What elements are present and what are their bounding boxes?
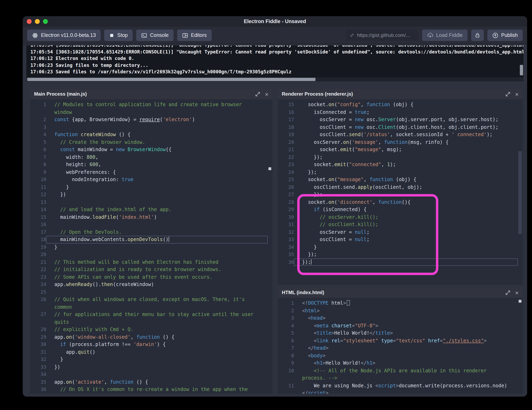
stop-button[interactable]: Stop: [104, 30, 133, 41]
load-fiddle-button[interactable]: Load Fiddle: [422, 30, 467, 41]
editors-button[interactable]: Editors: [177, 30, 212, 41]
close-pane-button[interactable]: ×: [515, 290, 519, 296]
line-number: 36: [278, 258, 294, 266]
code-line: [46, 221, 268, 228]
close-pane-button[interactable]: ×: [265, 91, 268, 97]
close-pane-button[interactable]: ×: [515, 91, 519, 97]
code-row: 26 oscClient.send.apply(oscClient, obj);: [278, 183, 523, 191]
code-line: // Quit when all windows are closed, exc…: [46, 296, 268, 303]
code-line: mainWindow.webContents.openDevTools(): [46, 236, 268, 243]
code-line: process. -->: [294, 374, 518, 382]
code-line: oscServer = null;: [294, 228, 518, 236]
code-line: app.quit(): [46, 348, 268, 356]
code-line: oscClient = new osc.Client(obj.client.ho…: [294, 123, 518, 131]
line-number: 1: [278, 299, 294, 307]
gist-url-input[interactable]: [356, 32, 415, 38]
code-row: 6 <link rel="stylesheet" type="text/css"…: [278, 337, 523, 344]
code-line: // On OS X it's common to re-create a wi…: [46, 386, 268, 393]
code-line: <head>: [294, 314, 518, 322]
line-number: 32: [278, 228, 294, 236]
line-number: 24: [278, 168, 294, 176]
code-row: 3 <head>: [278, 314, 523, 322]
console-vscrollbar-thumb[interactable]: [520, 65, 523, 75]
console-log-line: 17:06:12 Electron exited with code 0.: [30, 55, 519, 62]
electron-version-button[interactable]: Electron v11.0.0-beta.13: [27, 30, 101, 41]
code-row: 35app.on('activate', function () {: [30, 378, 273, 386]
renderer-vscrollbar-thumb[interactable]: [518, 151, 522, 234]
line-number: 16: [278, 108, 294, 116]
code-line: }): [46, 363, 268, 371]
console-button[interactable]: Console: [136, 30, 173, 41]
line-number: 32: [30, 356, 46, 363]
code-line: quits: [46, 318, 268, 326]
console-hscrollbar-track[interactable]: [26, 77, 523, 82]
code-row: 24app.whenReady().then(createWindow): [30, 281, 273, 288]
code-line: // and load the index.html of the app.: [46, 206, 268, 213]
editors-layout-icon: [182, 32, 188, 38]
code-line: if (isConnected) {: [294, 206, 518, 213]
line-number: 6: [278, 337, 294, 344]
lock-button[interactable]: [471, 30, 484, 41]
main-editor[interactable]: 1// Modules to control application life …: [30, 99, 273, 394]
code-row: 18 oscClient = new osc.Client(obj.client…: [278, 123, 523, 131]
maximize-pane-button[interactable]: [506, 290, 510, 295]
line-number: 10: [278, 367, 294, 374]
maximize-pane-button[interactable]: [506, 92, 510, 96]
code-line: const {app, BrowserWindow} = require('el…: [46, 116, 268, 123]
code-row: 1// Modules to control application life …: [30, 101, 273, 108]
code-row: 26// Quit when all windows are closed, e…: [30, 296, 273, 303]
line-number: 19: [278, 131, 294, 138]
code-row: quits: [30, 318, 273, 326]
minimize-window-button[interactable]: [35, 19, 40, 24]
code-row: 16: [30, 221, 273, 228]
line-number: 8: [278, 352, 294, 359]
renderer-editor[interactable]: 15 socket.on("config", function (obj) {1…: [278, 99, 523, 285]
line-number: 27: [30, 311, 46, 318]
line-number: [30, 318, 46, 326]
line-number: [30, 303, 46, 311]
publish-button[interactable]: Publish: [487, 30, 523, 41]
html-pane: HTML (index.html) × 1<!DOCTYPE html>2<ht…: [278, 287, 523, 394]
line-number: 25: [278, 176, 294, 183]
line-number: 15: [278, 101, 294, 108]
text-cursor: [169, 237, 169, 242]
code-line: socket.emit("connected", 1);: [294, 161, 518, 168]
html-editor[interactable]: 1<!DOCTYPE html>2<html>3 <head>4 <meta c…: [278, 298, 523, 394]
zoom-window-button[interactable]: [43, 19, 48, 24]
code-line: <meta charset="UTF-8">: [294, 322, 518, 329]
line-number: 29: [30, 333, 46, 341]
code-line: function createWindow () {: [46, 131, 268, 138]
maximize-pane-button[interactable]: [256, 92, 260, 96]
code-line: [46, 123, 268, 131]
line-number: 34: [30, 371, 46, 378]
toolbar-right-group: Load Fiddle Publish: [346, 30, 523, 41]
renderer-pane-title: Renderer Process (renderer.js): [282, 91, 353, 97]
line-number: 35: [278, 251, 294, 258]
code-row: 2<html>: [278, 307, 523, 314]
code-row: 31 // oscClient.kill();: [278, 221, 523, 228]
code-row: 4 <meta charset="UTF-8">: [278, 322, 523, 329]
code-line: height: 600,: [46, 161, 268, 168]
code-line: }): [46, 191, 268, 198]
code-line: socket.on('disconnect', function(){: [294, 198, 518, 206]
close-icon: ×: [515, 290, 519, 296]
electron-icon: [32, 32, 38, 38]
code-line: </script>.: [294, 389, 518, 394]
console-hscrollbar-thumb[interactable]: [27, 78, 315, 81]
line-number: 17: [30, 228, 46, 236]
console-output[interactable]: 17:05:54 [3063:1028/170554.651429:ERROR:…: [26, 45, 523, 82]
code-row: 28// explicitly with Cmd + Q.: [30, 326, 273, 333]
line-number: 28: [278, 198, 294, 206]
code-line: // This method will be called when Elect…: [46, 258, 268, 266]
html-pane-title: HTML (index.html): [282, 290, 324, 295]
console-log-line: 17:05:54 [3063:1028/170554.651429:ERROR:…: [30, 45, 519, 48]
code-row: 1<!DOCTYPE html>: [278, 299, 523, 307]
code-line: [46, 198, 268, 206]
close-window-button[interactable]: [27, 19, 32, 24]
code-line: common: [46, 303, 268, 311]
gist-url-field[interactable]: [346, 30, 418, 41]
code-line: });: [294, 168, 518, 176]
code-line: mainWindow.loadFile('index.html'): [46, 213, 268, 221]
desktop-background: Electron Fiddle - Unsaved Electron v11.0…: [0, 0, 532, 410]
line-number: [278, 389, 294, 394]
